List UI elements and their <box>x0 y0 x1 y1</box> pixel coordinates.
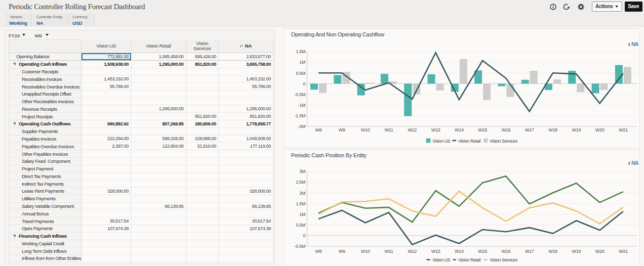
svg-text:W19: W19 <box>572 127 581 132</box>
svg-text:W11: W11 <box>384 127 393 132</box>
svg-text:0: 0 <box>303 81 305 86</box>
svg-text:W16: W16 <box>502 127 511 132</box>
svg-text:W11: W11 <box>384 249 393 254</box>
svg-text:W20: W20 <box>595 249 605 254</box>
svg-text:Vision US: Vision US <box>432 139 451 144</box>
svg-text:W8: W8 <box>315 249 322 254</box>
svg-text:W10: W10 <box>361 249 370 254</box>
svg-text:1.5M: 1.5M <box>296 201 305 206</box>
svg-text:W18: W18 <box>548 249 557 254</box>
svg-text:W9: W9 <box>339 249 345 254</box>
svg-text:0.5M: 0.5M <box>296 223 305 228</box>
svg-text:W20: W20 <box>595 127 605 132</box>
svg-text:W17: W17 <box>525 249 534 254</box>
svg-text:-0.5M: -0.5M <box>295 244 306 249</box>
svg-text:-2M: -2M <box>298 124 306 129</box>
svg-text:W15: W15 <box>478 127 487 132</box>
svg-text:-1.5M: -1.5M <box>295 113 306 118</box>
svg-text:W12: W12 <box>408 127 417 132</box>
svg-text:W21: W21 <box>619 127 628 132</box>
svg-text:Vision Retail: Vision Retail <box>458 257 481 262</box>
svg-text:Vision US: Vision US <box>432 257 451 262</box>
svg-text:-1M: -1M <box>298 103 306 108</box>
svg-text:W17: W17 <box>525 127 534 132</box>
svg-text:W14: W14 <box>455 249 464 254</box>
svg-text:W8: W8 <box>315 127 322 132</box>
svg-text:W19: W19 <box>572 249 581 254</box>
svg-text:W12: W12 <box>408 249 417 254</box>
svg-text:W13: W13 <box>431 249 440 254</box>
svg-text:W18: W18 <box>548 127 557 132</box>
svg-text:0: 0 <box>303 233 305 238</box>
svg-text:1M: 1M <box>299 60 305 65</box>
svg-text:Vision Retail: Vision Retail <box>458 139 481 144</box>
svg-text:Vision Services: Vision Services <box>490 257 518 262</box>
svg-text:W15: W15 <box>478 249 487 254</box>
svg-text:1.5M: 1.5M <box>296 49 305 54</box>
svg-text:W9: W9 <box>339 127 345 132</box>
svg-text:W14: W14 <box>455 127 464 132</box>
svg-text:W10: W10 <box>361 127 370 132</box>
svg-text:-0.5M: -0.5M <box>295 92 306 97</box>
svg-text:W13: W13 <box>431 127 440 132</box>
svg-text:2M: 2M <box>299 191 305 196</box>
svg-text:1M: 1M <box>299 212 305 217</box>
svg-text:2.5M: 2.5M <box>296 180 305 185</box>
svg-text:W16: W16 <box>502 249 511 254</box>
svg-text:0.5M: 0.5M <box>296 71 305 76</box>
svg-text:W21: W21 <box>619 249 628 254</box>
svg-text:3M: 3M <box>299 169 305 174</box>
svg-text:Vision Services: Vision Services <box>490 139 518 144</box>
